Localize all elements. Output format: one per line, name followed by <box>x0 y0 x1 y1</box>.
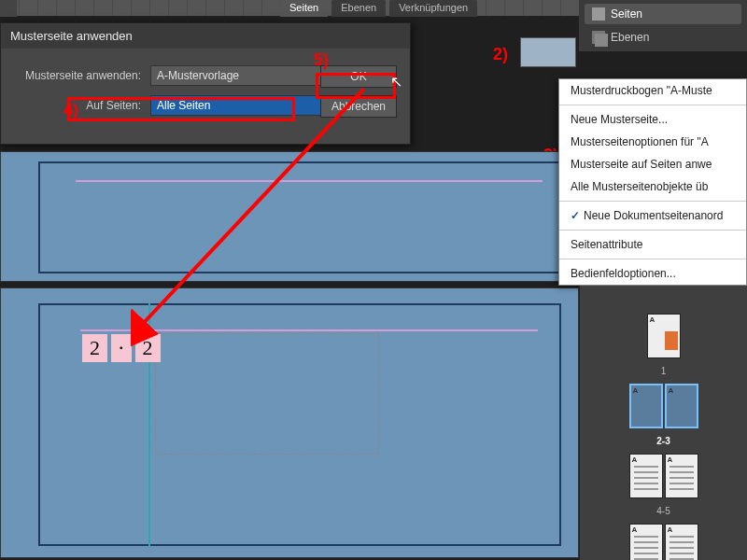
page-number-markers: 2 · 2 <box>82 334 161 362</box>
menu-new-page-order[interactable]: ✓Neue Dokumentseitenanord <box>559 204 746 227</box>
page-label-23: 2-3 <box>656 436 669 446</box>
menu-new-page-order-label: Neue Dokumentseitenanord <box>584 209 723 222</box>
page-thumb-4[interactable]: A <box>629 454 663 498</box>
page-number-right: 2 <box>135 334 161 362</box>
document-panel-tabs: Seiten Ebenen Verknüpfungen <box>280 0 477 17</box>
menu-panel-options[interactable]: Bedienfeldoptionen... <box>559 262 746 285</box>
panel-tab-ebenen-label: Ebenen <box>611 31 649 44</box>
tab-verknuepfungen-doc[interactable]: Verknüpfungen <box>389 0 477 17</box>
page-number-left: 2 <box>82 334 107 362</box>
menu-new-master[interactable]: Neue Musterseite... <box>559 108 746 131</box>
pages-icon <box>592 7 605 21</box>
ok-button[interactable]: OK <box>320 65 397 88</box>
on-pages-label: Auf Seiten: <box>14 99 150 112</box>
page-number-separator: · <box>111 334 132 362</box>
menu-master-options[interactable]: Musterseitenoptionen für "A <box>559 131 746 153</box>
menu-apply-master[interactable]: Musterseite auf Seiten anwe <box>559 153 746 175</box>
layers-icon <box>592 31 605 44</box>
right-panels: Seiten Ebenen <box>579 0 747 51</box>
dialog-title: Musterseite anwenden <box>1 23 410 49</box>
page-thumb-3[interactable]: A <box>665 384 698 428</box>
callout-5: 5) <box>314 50 329 70</box>
callout-4: 4) <box>63 101 78 120</box>
master-page-value: A-Mustervorlage <box>157 69 239 82</box>
pages-panel: A 1 A A 2-3 A A 4-5 A A 6-7 <box>579 286 747 560</box>
tab-seiten-doc[interactable]: Seiten <box>280 0 328 17</box>
apply-master-dialog: Musterseite anwenden Musterseite anwende… <box>0 22 411 145</box>
panel-tab-seiten[interactable]: Seiten <box>585 4 741 24</box>
page-thumb-1[interactable]: A <box>647 314 681 358</box>
page-canvas-before <box>0 151 579 282</box>
master-page-thumbnail[interactable] <box>520 37 576 67</box>
page-canvas-after <box>0 287 579 558</box>
menu-override-master-items[interactable]: Alle Musterseitenobjekte üb <box>559 175 746 198</box>
panel-tab-ebenen[interactable]: Ebenen <box>585 27 741 48</box>
tab-ebenen-doc[interactable]: Ebenen <box>331 0 386 17</box>
page-thumb-2[interactable]: A <box>629 384 663 428</box>
page-label-1: 1 <box>661 366 667 376</box>
page-thumb-7[interactable]: A <box>665 524 698 560</box>
on-pages-value: Alle Seiten <box>157 99 210 112</box>
callout-2: 2) <box>493 45 508 64</box>
pages-context-menu: Musterdruckbogen "A-Muste Neue Mustersei… <box>558 78 747 286</box>
cancel-button[interactable]: Abbrechen <box>320 95 397 118</box>
page-thumb-5[interactable]: A <box>665 454 698 498</box>
page-label-45: 4-5 <box>656 506 669 516</box>
mouse-cursor-icon: ↖ <box>390 73 402 91</box>
menu-master-spread[interactable]: Musterdruckbogen "A-Muste <box>559 79 746 102</box>
master-apply-label: Musterseite anwenden: <box>14 69 150 82</box>
panel-tab-seiten-label: Seiten <box>611 7 642 21</box>
page-thumb-6[interactable]: A <box>629 524 663 560</box>
menu-page-attributes[interactable]: Seitenattribute <box>559 233 746 256</box>
